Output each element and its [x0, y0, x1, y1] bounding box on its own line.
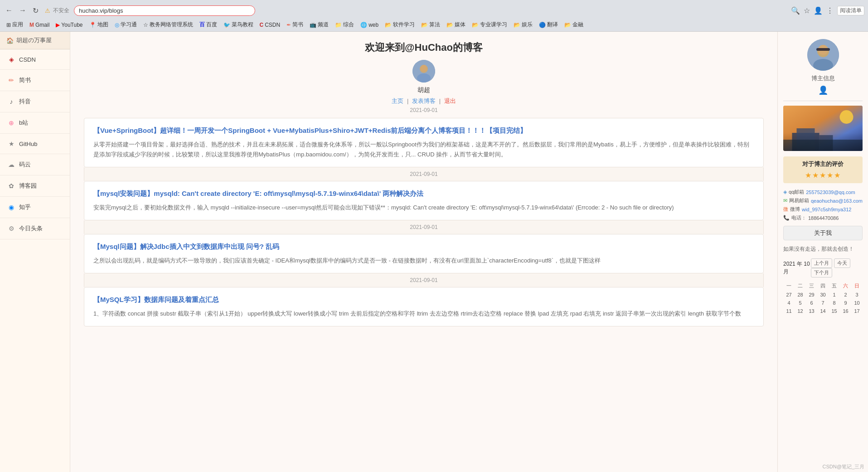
youtube-icon: ▶	[56, 22, 60, 28]
bookmark-zonghe[interactable]: 📁 综合	[332, 20, 357, 29]
cal-day-6[interactable]: 6	[806, 299, 817, 307]
sidebar-item-jianshu[interactable]: ✏ 简书	[0, 70, 70, 91]
cal-day-15[interactable]: 15	[829, 307, 840, 315]
cal-day-7[interactable]: 7	[817, 299, 829, 307]
article-title-3[interactable]: 【Mysql问题】解决Jdbc插入中文到数据库中出现 问号? 乱码	[93, 242, 754, 251]
suanfa-label: 算法	[429, 21, 440, 29]
blogger-person-icon: 👤	[783, 85, 863, 95]
apps-label: 应用	[12, 21, 23, 29]
sidebar-item-csdn[interactable]: ◈ CSDN	[0, 49, 70, 70]
svg-rect-14	[783, 140, 863, 151]
calendar-row-2: 11 12 13 14 15 16 17	[783, 307, 863, 315]
cal-day-16[interactable]: 16	[840, 307, 851, 315]
bookmark-apps[interactable]: ⊞ 应用	[4, 20, 26, 29]
bilibili-sidebar-icon: ⊕	[7, 119, 15, 127]
nav-post-link[interactable]: 发表博客	[412, 97, 436, 104]
fanyi-icon: 🔵	[539, 22, 546, 28]
sidebar-item-zhihu[interactable]: ◉ 知乎	[0, 197, 70, 218]
cal-day-12[interactable]: 12	[795, 307, 806, 315]
sidebar-item-bokeyuan[interactable]: ✿ 博客园	[0, 175, 70, 197]
bookmark-suanfa[interactable]: 📂 算法	[418, 20, 443, 29]
article-title-4[interactable]: 【MySQL学习】数据库问题及着重点汇总	[93, 295, 754, 304]
nav-separator2: |	[439, 97, 441, 104]
bookmark-baidu[interactable]: 百 百度	[197, 20, 220, 29]
cal-day-27-prev[interactable]: 27	[783, 291, 795, 299]
sidebar-item-github[interactable]: ★ GitHub	[0, 134, 70, 154]
cal-day-9[interactable]: 9	[840, 299, 851, 307]
svg-point-2	[417, 73, 431, 83]
nav-logout-link[interactable]: 退出	[444, 97, 456, 104]
bookmark-gmail[interactable]: M Gmail	[27, 21, 52, 29]
sidebar-item-bilibili[interactable]: ⊕ b站	[0, 112, 70, 134]
bookmark-wangyun[interactable]: ☆ 教务网络管理系统	[141, 20, 196, 29]
gmail-label: Gmail	[35, 22, 49, 28]
cal-day-17[interactable]: 17	[851, 307, 863, 315]
bookmark-jinrong[interactable]: 📂 金融	[562, 20, 586, 29]
author-name: 胡超	[84, 86, 764, 94]
apps-icon: ⊞	[6, 22, 11, 28]
back-button[interactable]: ←	[4, 5, 15, 15]
cal-day-2[interactable]: 2	[840, 291, 851, 299]
cal-day-10[interactable]: 10	[851, 299, 863, 307]
cal-day-29-prev[interactable]: 29	[806, 291, 817, 299]
bookmark-yule[interactable]: 📂 娱乐	[511, 20, 535, 29]
cal-day-4[interactable]: 4	[783, 299, 795, 307]
sidebar-item-mayun[interactable]: ☁ 码云	[0, 154, 70, 175]
cal-day-8[interactable]: 8	[829, 299, 840, 307]
cal-day-14[interactable]: 14	[817, 307, 829, 315]
bookmark-zhuanye[interactable]: 📂 专业课学习	[469, 20, 510, 29]
contact-wechat: ✉ 网易邮箱 qeaohuchao@163.com	[783, 197, 863, 204]
cal-day-28-prev[interactable]: 28	[795, 291, 806, 299]
rating-section: 对于博主的评价 ★★★★★	[783, 156, 863, 183]
address-bar[interactable]	[74, 5, 255, 16]
contact-wechat-label: 网易邮箱	[789, 197, 809, 204]
bookmark-meiti[interactable]: 📂 媒体	[444, 20, 468, 29]
bookmark-icon[interactable]: ☆	[804, 6, 810, 15]
cal-day-3[interactable]: 3	[851, 291, 863, 299]
cal-day-30-prev[interactable]: 30	[817, 291, 829, 299]
article-excerpt-4: 1、字符函数 concat 拼接 substr 截取子串（索引从1开始） upp…	[93, 309, 754, 319]
menu-icon[interactable]: ⋮	[826, 6, 834, 15]
article-title-2[interactable]: 【mysql安装问题】mysqld: Can't create director…	[93, 189, 754, 198]
cal-day-1[interactable]: 1	[829, 291, 840, 299]
forward-button[interactable]: →	[17, 5, 28, 15]
search-icon[interactable]: 🔍	[791, 6, 800, 15]
bookmark-pindao[interactable]: 📺 频道	[307, 20, 331, 29]
bookmark-csdn[interactable]: C CSDN	[257, 21, 283, 29]
divider-1	[783, 101, 863, 101]
bookmark-fanyi[interactable]: 🔵 翻译	[536, 20, 561, 29]
ranjian-icon: 📂	[385, 22, 392, 28]
ditu-icon: 📍	[89, 22, 96, 28]
bookmark-xuexitong[interactable]: ◎ 学习通	[112, 20, 140, 29]
qq-icon: ◈	[783, 189, 787, 195]
calendar-title: 2021 年 10 月	[783, 260, 811, 276]
weekday-fri: 五	[829, 281, 840, 291]
bookmark-youtube[interactable]: ▶ YouTube	[53, 21, 85, 29]
prev-month-button[interactable]: 上个月	[811, 258, 832, 268]
bookmark-ditu[interactable]: 📍 地图	[87, 20, 111, 29]
bookmark-web[interactable]: 🌐 web	[358, 21, 381, 29]
bookmark-jianshu[interactable]: ✒ 简书	[284, 20, 306, 29]
cal-day-5[interactable]: 5	[795, 299, 806, 307]
today-button[interactable]: 今天	[834, 258, 850, 268]
rating-title: 对于博主的评价	[788, 160, 858, 168]
calendar-header: 2021 年 10 月 上个月 今天 下个月	[783, 258, 863, 277]
sidebar-item-douyin[interactable]: ♪ 抖音	[0, 91, 70, 112]
blog-author-avatar	[412, 60, 435, 83]
bookmark-ranjian[interactable]: 📂 软件学习	[382, 20, 417, 29]
next-month-button[interactable]: 下个月	[811, 268, 832, 277]
reader-mode[interactable]: 阅读清单	[837, 6, 864, 15]
zonghe-icon: 📁	[335, 22, 342, 28]
sidebar-label-bilibili: b站	[19, 119, 28, 127]
nav-home-link[interactable]: 主页	[392, 97, 403, 104]
about-me-button[interactable]: 关于我	[783, 226, 863, 240]
cal-day-11[interactable]: 11	[783, 307, 795, 315]
zhuanye-label: 专业课学习	[480, 21, 507, 29]
ditu-label: 地图	[97, 21, 108, 29]
bookmark-niaoniao[interactable]: 🐦 菜鸟教程	[221, 20, 256, 29]
refresh-button[interactable]: ↻	[31, 5, 40, 16]
article-title-1[interactable]: 【Vue+SpringBoot】超详细！一周开发一个SpringBoot + V…	[93, 126, 754, 135]
sidebar-item-toutiao[interactable]: ⚙ 今日头条	[0, 218, 70, 239]
cal-day-13[interactable]: 13	[806, 307, 817, 315]
account-icon[interactable]: 👤	[814, 6, 823, 15]
